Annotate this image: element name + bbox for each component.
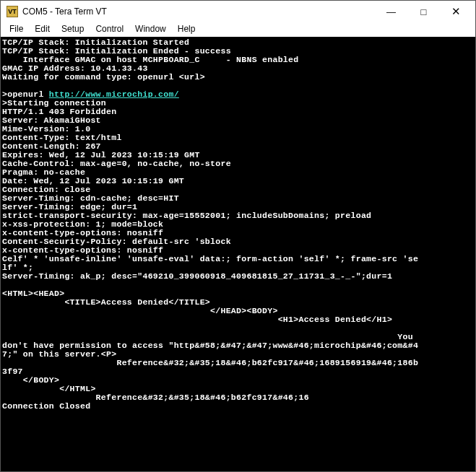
minimize-button[interactable]: — <box>375 1 407 22</box>
menu-setup[interactable]: Setup <box>56 22 90 37</box>
term-line: Connection Closed <box>2 401 90 411</box>
menu-file[interactable]: File <box>4 22 29 37</box>
term-line: <H1>Access Denied</H1> <box>2 315 392 324</box>
titlebar: VT COM5 - Tera Term VT — □ ✕ <box>1 1 475 22</box>
close-button[interactable]: ✕ <box>440 1 472 22</box>
maximize-button[interactable]: □ <box>407 1 440 22</box>
term-line: Server-Timing: ak_p; desc="469210_399060… <box>2 271 392 281</box>
term-line: Waiting for command type: openurl <url> <box>2 72 205 82</box>
menu-window[interactable]: Window <box>129 22 172 37</box>
menubar: File Edit Setup Control Window Help <box>1 22 475 37</box>
term-line: Reference&#32;&#35;18&#46;b62fc917&#46;1… <box>2 358 418 367</box>
menu-control[interactable]: Control <box>90 22 129 37</box>
term-line: Celf' * 'unsafe-inline' 'unsafe-eval' da… <box>2 254 418 263</box>
window-title: COM5 - Tera Term VT <box>22 6 375 17</box>
menu-edit[interactable]: Edit <box>29 22 56 37</box>
menu-help[interactable]: Help <box>172 22 202 37</box>
terminal-output[interactable]: TCP/IP Stack: Initialization Started TCP… <box>1 37 475 471</box>
app-icon: VT <box>7 6 18 17</box>
